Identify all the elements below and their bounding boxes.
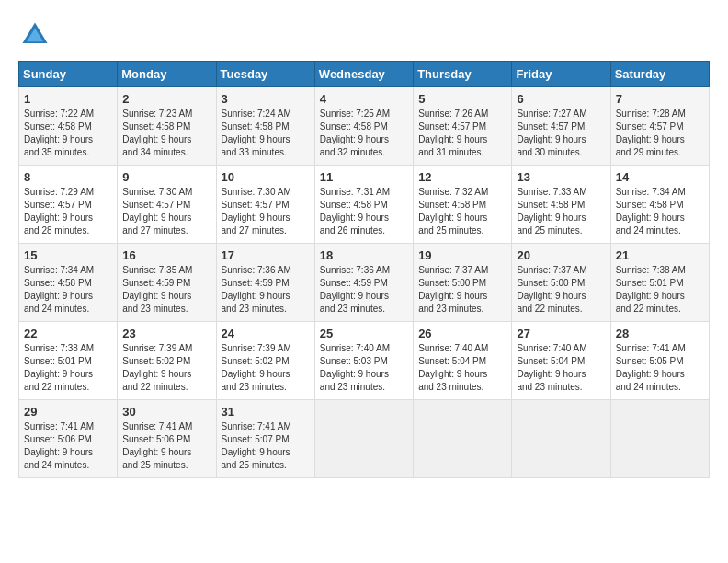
calendar-header: SundayMondayTuesdayWednesdayThursdayFrid…: [19, 62, 710, 87]
day-number: 8: [24, 170, 112, 184]
day-number: 12: [418, 170, 506, 184]
calendar-day-cell: 5Sunrise: 7:26 AM Sunset: 4:57 PM Daylig…: [414, 87, 512, 166]
day-info: Sunrise: 7:40 AM Sunset: 5:03 PM Dayligh…: [320, 342, 408, 394]
calendar-day-cell: 11Sunrise: 7:31 AM Sunset: 4:58 PM Dayli…: [314, 166, 413, 244]
day-number: 14: [616, 170, 704, 184]
calendar-day-cell: 6Sunrise: 7:27 AM Sunset: 4:57 PM Daylig…: [512, 87, 610, 166]
weekday-header: Friday: [512, 62, 610, 87]
day-number: 17: [222, 248, 310, 262]
weekday-header: Thursday: [414, 62, 512, 87]
day-info: Sunrise: 7:40 AM Sunset: 5:04 PM Dayligh…: [418, 342, 506, 394]
header: [18, 18, 710, 52]
calendar-day-cell: 19Sunrise: 7:37 AM Sunset: 5:00 PM Dayli…: [414, 244, 512, 322]
calendar-day-cell: [314, 400, 413, 478]
day-info: Sunrise: 7:24 AM Sunset: 4:58 PM Dayligh…: [222, 108, 310, 159]
weekday-header: Monday: [118, 62, 216, 87]
day-info: Sunrise: 7:38 AM Sunset: 5:01 PM Dayligh…: [616, 264, 704, 316]
day-info: Sunrise: 7:33 AM Sunset: 4:58 PM Dayligh…: [517, 186, 605, 237]
weekday-header: Saturday: [610, 62, 709, 87]
day-number: 2: [122, 92, 210, 106]
day-number: 3: [222, 92, 310, 106]
day-number: 7: [616, 92, 704, 106]
calendar-day-cell: 24Sunrise: 7:39 AM Sunset: 5:02 PM Dayli…: [216, 322, 314, 400]
calendar-day-cell: 29Sunrise: 7:41 AM Sunset: 5:06 PM Dayli…: [19, 400, 118, 478]
weekday-header: Wednesday: [314, 62, 413, 87]
calendar-day-cell: [414, 400, 512, 478]
day-info: Sunrise: 7:36 AM Sunset: 4:59 PM Dayligh…: [320, 264, 408, 316]
calendar-day-cell: 12Sunrise: 7:32 AM Sunset: 4:58 PM Dayli…: [414, 166, 512, 244]
day-number: 29: [24, 405, 112, 419]
calendar-day-cell: [610, 400, 709, 478]
calendar-week-row: 1Sunrise: 7:22 AM Sunset: 4:58 PM Daylig…: [19, 87, 710, 166]
calendar-day-cell: 7Sunrise: 7:28 AM Sunset: 4:57 PM Daylig…: [610, 87, 709, 166]
calendar-day-cell: 17Sunrise: 7:36 AM Sunset: 4:59 PM Dayli…: [216, 244, 314, 322]
calendar-week-row: 29Sunrise: 7:41 AM Sunset: 5:06 PM Dayli…: [19, 400, 710, 478]
calendar-day-cell: 8Sunrise: 7:29 AM Sunset: 4:57 PM Daylig…: [19, 166, 118, 244]
day-number: 9: [122, 170, 210, 184]
day-info: Sunrise: 7:30 AM Sunset: 4:57 PM Dayligh…: [122, 186, 210, 237]
day-info: Sunrise: 7:37 AM Sunset: 5:00 PM Dayligh…: [418, 264, 506, 316]
day-info: Sunrise: 7:28 AM Sunset: 4:57 PM Dayligh…: [616, 108, 704, 159]
day-number: 22: [24, 327, 112, 340]
day-number: 19: [418, 248, 506, 262]
calendar-day-cell: 14Sunrise: 7:34 AM Sunset: 4:58 PM Dayli…: [610, 166, 709, 244]
logo: [18, 18, 57, 52]
day-number: 30: [122, 405, 210, 419]
day-info: Sunrise: 7:23 AM Sunset: 4:58 PM Dayligh…: [122, 108, 210, 159]
calendar-day-cell: 22Sunrise: 7:38 AM Sunset: 5:01 PM Dayli…: [19, 322, 118, 400]
day-info: Sunrise: 7:41 AM Sunset: 5:07 PM Dayligh…: [222, 420, 310, 472]
calendar-day-cell: 9Sunrise: 7:30 AM Sunset: 4:57 PM Daylig…: [118, 166, 216, 244]
calendar-body: 1Sunrise: 7:22 AM Sunset: 4:58 PM Daylig…: [19, 87, 710, 478]
day-info: Sunrise: 7:35 AM Sunset: 4:59 PM Dayligh…: [122, 264, 210, 316]
day-info: Sunrise: 7:38 AM Sunset: 5:01 PM Dayligh…: [24, 342, 112, 394]
day-number: 26: [418, 327, 506, 340]
day-info: Sunrise: 7:26 AM Sunset: 4:57 PM Dayligh…: [418, 108, 506, 159]
calendar-day-cell: 1Sunrise: 7:22 AM Sunset: 4:58 PM Daylig…: [19, 87, 118, 166]
calendar-day-cell: [512, 400, 610, 478]
day-number: 31: [222, 405, 310, 419]
calendar-day-cell: 16Sunrise: 7:35 AM Sunset: 4:59 PM Dayli…: [118, 244, 216, 322]
day-number: 16: [122, 248, 210, 262]
day-number: 23: [122, 327, 210, 340]
day-info: Sunrise: 7:40 AM Sunset: 5:04 PM Dayligh…: [517, 342, 605, 394]
day-number: 28: [616, 327, 704, 340]
calendar-day-cell: 10Sunrise: 7:30 AM Sunset: 4:57 PM Dayli…: [216, 166, 314, 244]
day-info: Sunrise: 7:34 AM Sunset: 4:58 PM Dayligh…: [24, 264, 112, 316]
day-number: 25: [320, 327, 408, 340]
day-info: Sunrise: 7:41 AM Sunset: 5:06 PM Dayligh…: [24, 420, 112, 472]
day-info: Sunrise: 7:36 AM Sunset: 4:59 PM Dayligh…: [222, 264, 310, 316]
calendar-week-row: 8Sunrise: 7:29 AM Sunset: 4:57 PM Daylig…: [19, 166, 710, 244]
day-info: Sunrise: 7:41 AM Sunset: 5:05 PM Dayligh…: [616, 342, 704, 394]
calendar-day-cell: 18Sunrise: 7:36 AM Sunset: 4:59 PM Dayli…: [314, 244, 413, 322]
day-number: 15: [24, 248, 112, 262]
day-info: Sunrise: 7:27 AM Sunset: 4:57 PM Dayligh…: [517, 108, 605, 159]
calendar-day-cell: 20Sunrise: 7:37 AM Sunset: 5:00 PM Dayli…: [512, 244, 610, 322]
day-number: 10: [222, 170, 310, 184]
day-info: Sunrise: 7:25 AM Sunset: 4:58 PM Dayligh…: [320, 108, 408, 159]
calendar-day-cell: 27Sunrise: 7:40 AM Sunset: 5:04 PM Dayli…: [512, 322, 610, 400]
calendar-day-cell: 4Sunrise: 7:25 AM Sunset: 4:58 PM Daylig…: [314, 87, 413, 166]
weekday-header: Tuesday: [216, 62, 314, 87]
calendar-day-cell: 30Sunrise: 7:41 AM Sunset: 5:06 PM Dayli…: [118, 400, 216, 478]
calendar-day-cell: 3Sunrise: 7:24 AM Sunset: 4:58 PM Daylig…: [216, 87, 314, 166]
calendar-day-cell: 25Sunrise: 7:40 AM Sunset: 5:03 PM Dayli…: [314, 322, 413, 400]
day-number: 5: [418, 92, 506, 106]
calendar-table: SundayMondayTuesdayWednesdayThursdayFrid…: [18, 61, 710, 478]
day-number: 6: [517, 92, 605, 106]
day-info: Sunrise: 7:30 AM Sunset: 4:57 PM Dayligh…: [222, 186, 310, 237]
calendar-day-cell: 21Sunrise: 7:38 AM Sunset: 5:01 PM Dayli…: [610, 244, 709, 322]
day-number: 24: [222, 327, 310, 340]
day-number: 4: [320, 92, 408, 106]
logo-icon: [18, 18, 51, 52]
calendar-day-cell: 31Sunrise: 7:41 AM Sunset: 5:07 PM Dayli…: [216, 400, 314, 478]
day-info: Sunrise: 7:39 AM Sunset: 5:02 PM Dayligh…: [222, 342, 310, 394]
day-number: 21: [616, 248, 704, 262]
day-number: 13: [517, 170, 605, 184]
day-info: Sunrise: 7:37 AM Sunset: 5:00 PM Dayligh…: [517, 264, 605, 316]
day-info: Sunrise: 7:39 AM Sunset: 5:02 PM Dayligh…: [122, 342, 210, 394]
calendar-day-cell: 2Sunrise: 7:23 AM Sunset: 4:58 PM Daylig…: [118, 87, 216, 166]
calendar-day-cell: 15Sunrise: 7:34 AM Sunset: 4:58 PM Dayli…: [19, 244, 118, 322]
day-number: 27: [517, 327, 605, 340]
day-number: 20: [517, 248, 605, 262]
day-info: Sunrise: 7:31 AM Sunset: 4:58 PM Dayligh…: [320, 186, 408, 237]
